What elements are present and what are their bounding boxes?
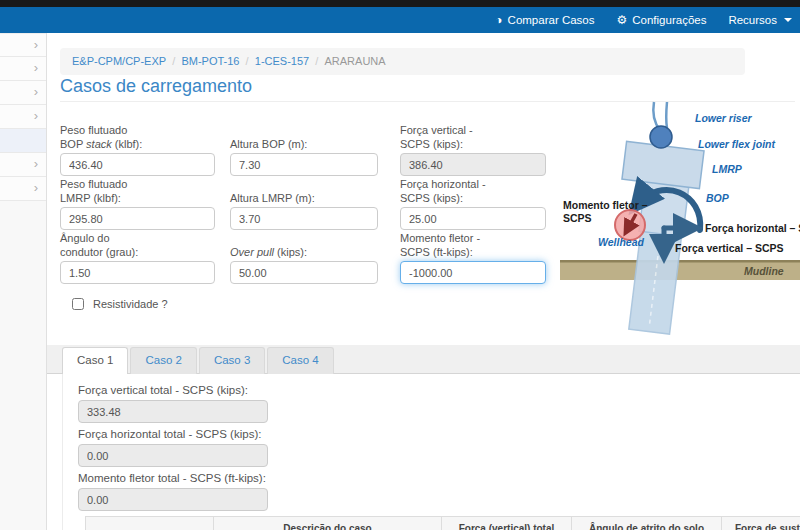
nav-recursos-label: Recursos [728, 14, 777, 26]
field-peso-flutuado-lmrp: Peso flutuado LMRP (klbf): [60, 175, 215, 230]
field-momento-fletor-scps: Momento fletor - SCPS (ft-kips): [400, 229, 546, 284]
sidebar-item-1[interactable]: › [0, 33, 46, 57]
forca-vertical-diagram-label: Força vertical – SCPS [675, 242, 784, 254]
forca-horizontal-total-label: Força horizontal total - SCPS (kips): [78, 428, 268, 440]
momento-fletor-total-label: Momento fletor total - SCPS (ft-kips): [78, 472, 268, 484]
field-altura-bop: Altura BOP (m): [230, 121, 378, 176]
forca-horizontal-total-input [78, 444, 268, 467]
angulo-condutor-label: Ângulo do condutor (grau): [60, 229, 215, 259]
breadcrumb-link-2[interactable]: BM-POT-16 [181, 55, 254, 67]
momento-fletor-label-line1: Momento fletor – [563, 199, 648, 211]
chevron-right-icon: › [34, 38, 38, 52]
forca-vertical-total-label: Força vertical total - SCPS (kips): [78, 384, 268, 396]
peso-flutuado-lmrp-input[interactable] [60, 207, 215, 230]
sidebar-item-5-active[interactable] [0, 129, 46, 153]
riser-line [666, 102, 667, 128]
chevron-right-icon: › [34, 85, 38, 99]
lower-riser-label: Lower riser [695, 112, 752, 124]
field-forca-horizontal-scps: Força horizontal - SCPS (kips): [400, 175, 546, 230]
field-forca-vertical-scps: Força vertical - SCPS (kips): [400, 121, 546, 176]
altura-bop-label: Altura BOP (m): [230, 121, 378, 151]
nav-configuracoes-label: Configurações [632, 14, 706, 26]
caret-down-icon [784, 18, 792, 22]
forca-vertical-scps-input [400, 153, 546, 176]
field-forca-horizontal-total: Força horizontal total - SCPS (kips): [78, 428, 268, 467]
bop-stack-diagram: Lower riser Lower flex joint LMRP BOP Mo… [560, 100, 800, 340]
contrast-icon: ◑ [495, 14, 502, 26]
momento-fletor-total-input [78, 488, 268, 511]
momento-fletor-scps-label: Momento fletor - SCPS (ft-kips): [400, 229, 546, 259]
lmrp-label: LMRP [712, 163, 742, 175]
tab-caso-4[interactable]: Caso 4 [267, 347, 333, 374]
sidebar-item-4[interactable]: › [0, 105, 46, 129]
altura-lmrp-label: Altura LMRP (m): [230, 175, 378, 205]
field-altura-lmrp: Altura LMRP (m): [230, 175, 378, 230]
nav-recursos[interactable]: Recursos [728, 14, 792, 26]
breadcrumb: E&P-CPM/CP-EXPBM-POT-161-CES-157ARARAUNA [60, 48, 745, 75]
gear-icon: ⚙ [617, 14, 628, 26]
forca-horizontal-diagram-label: Força horizontal – SCPS [705, 222, 800, 234]
over-pull-label: Over pull (kips): [230, 229, 378, 259]
top-navbar: ◑ Comparar Casos ⚙ Configurações Recurso… [0, 7, 800, 33]
nav-comparar-casos[interactable]: ◑ Comparar Casos [495, 14, 594, 26]
case-tabstrip: Caso 1 Caso 2 Caso 3 Caso 4 [47, 345, 800, 374]
nav-configuracoes[interactable]: ⚙ Configurações [617, 14, 707, 26]
over-pull-input[interactable] [230, 261, 378, 284]
breadcrumb-current: ARARAUNA [324, 55, 385, 67]
chevron-right-icon: › [34, 61, 38, 75]
resistividade-label: Resistividade ? [93, 298, 168, 310]
table-header-select [86, 517, 214, 530]
sidebar-item-6[interactable]: › [0, 153, 46, 177]
forca-horizontal-scps-label: Força horizontal - SCPS (kips): [400, 175, 546, 205]
forca-horizontal-scps-input[interactable] [400, 207, 546, 230]
table-header-descricao: Descrição do caso [214, 517, 442, 530]
breadcrumb-link-1[interactable]: E&P-CPM/CP-EXP [72, 55, 181, 67]
flex-joint [650, 126, 672, 148]
altura-bop-input[interactable] [230, 153, 378, 176]
peso-flutuado-bop-label: Peso flutuado BOP stack (klbf): [60, 121, 215, 151]
page-title: Casos de carregamento [60, 76, 252, 97]
bop-label: BOP [706, 192, 729, 204]
breadcrumb-link-3[interactable]: 1-CES-157 [255, 55, 325, 67]
chevron-right-icon: › [34, 181, 38, 195]
sidebar-item-7[interactable]: › [0, 177, 46, 201]
momento-fletor-label-line2: SCPS [563, 212, 592, 224]
resistividade-row: Resistividade ? [72, 298, 168, 310]
nav-comparar-casos-label: Comparar Casos [508, 14, 595, 26]
app-window: ◑ Comparar Casos ⚙ Configurações Recurso… [0, 0, 800, 530]
field-forca-vertical-total: Força vertical total - SCPS (kips): [78, 384, 268, 423]
sidebar: › › › › › › [0, 33, 47, 530]
field-peso-flutuado-bop: Peso flutuado BOP stack (klbf): [60, 121, 215, 176]
tab-panel-border [62, 374, 63, 530]
altura-lmrp-input[interactable] [230, 207, 378, 230]
mudline-label: Mudline [744, 265, 784, 277]
sidebar-item-3[interactable]: › [0, 81, 46, 105]
field-over-pull: Over pull (kips): [230, 229, 378, 284]
table-header-forca-total: Força (vertical) total (kips) [442, 517, 572, 530]
tab-caso-2[interactable]: Caso 2 [130, 347, 196, 374]
momento-fletor-scps-input[interactable] [400, 261, 546, 284]
forca-vertical-scps-label: Força vertical - SCPS (kips): [400, 121, 546, 151]
table-header-forca-sustentacao: Força de sustentação do solo (klbf) [722, 517, 800, 530]
forca-vertical-total-input [78, 400, 268, 423]
tab-caso-1[interactable]: Caso 1 [62, 347, 128, 374]
tab-caso-3[interactable]: Caso 3 [199, 347, 265, 374]
browser-top-strip [0, 0, 800, 7]
wellhead-label: Wellhead [598, 236, 644, 248]
chevron-right-icon: › [34, 109, 38, 123]
chevron-right-icon: › [34, 157, 38, 171]
resistividade-checkbox[interactable] [72, 298, 84, 310]
angulo-condutor-input[interactable] [60, 261, 215, 284]
field-momento-fletor-total: Momento fletor total - SCPS (ft-kips): [78, 472, 268, 511]
diagram-graphic [560, 100, 800, 340]
lower-flex-joint-label: Lower flex joint [698, 138, 775, 150]
field-angulo-condutor: Ângulo do condutor (grau): [60, 229, 215, 284]
peso-flutuado-bop-input[interactable] [60, 153, 215, 176]
peso-flutuado-lmrp-label: Peso flutuado LMRP (klbf): [60, 175, 215, 205]
table-header-angulo: Ângulo de atrito do solo (grauº) [572, 517, 722, 530]
sidebar-item-2[interactable]: › [0, 57, 46, 81]
cases-table-header: Descrição do caso Força (vertical) total… [85, 516, 800, 530]
